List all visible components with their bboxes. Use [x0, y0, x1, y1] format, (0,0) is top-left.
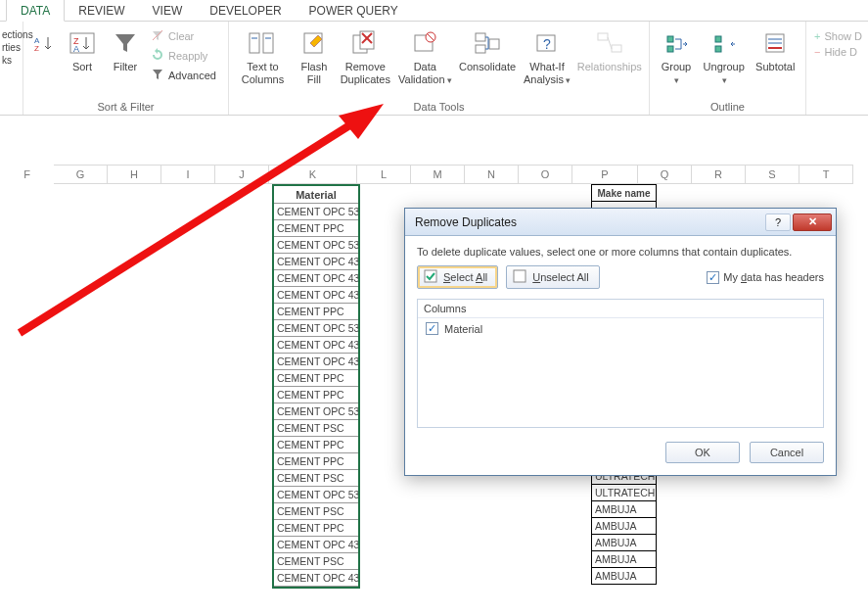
cancel-button[interactable]: Cancel [750, 442, 824, 463]
sort-asc-button[interactable]: AZ [29, 24, 59, 59]
column-k-material[interactable]: Material CEMENT OPC 53CEMENT PPCCEMENT O… [272, 184, 360, 589]
col-header-F[interactable]: F [0, 165, 54, 184]
help-button[interactable]: ? [765, 213, 791, 231]
col-header-R[interactable]: R [692, 165, 746, 184]
col-header-I[interactable]: I [161, 165, 215, 184]
what-if-button[interactable]: ? What-IfAnalysis▾ [522, 24, 571, 85]
col-header-N[interactable]: N [465, 165, 519, 184]
sort-button[interactable]: ZA Sort [63, 24, 102, 73]
svg-rect-26 [667, 36, 673, 42]
col-header-L[interactable]: L [357, 165, 411, 184]
cell-material[interactable]: CEMENT PPC [274, 304, 358, 320]
ribbon-tabs: DATA REVIEW VIEW DEVELOPER POWER QUERY [0, 0, 868, 22]
cell-make-name[interactable]: ULTRATECH [591, 485, 657, 501]
stub-connections: ections [2, 29, 21, 40]
checkbox-icon: ✓ [707, 271, 719, 284]
hide-detail-button[interactable]: − Hide D [812, 45, 849, 59]
col-header-T[interactable]: T [799, 165, 853, 184]
svg-text:A: A [73, 44, 79, 54]
select-all-button[interactable]: SSelect Allelect All [417, 265, 498, 289]
cell-material[interactable]: CEMENT PSC [274, 470, 358, 487]
remove-duplicates-dialog: Remove Duplicates ? ✕ To delete duplicat… [404, 208, 837, 476]
svg-rect-35 [514, 270, 525, 282]
col-header-O[interactable]: O [519, 165, 572, 184]
col-header-P[interactable]: P [572, 165, 638, 184]
cell-material[interactable]: CEMENT OPC 53 [274, 403, 358, 420]
group-button[interactable]: Group▾ [656, 24, 697, 85]
cell-material[interactable]: CEMENT OPC 43 [274, 270, 358, 287]
relationships-button[interactable]: Relationships [576, 24, 643, 73]
cell-material[interactable]: CEMENT OPC 53 [274, 487, 358, 503]
svg-rect-28 [715, 36, 721, 42]
ungroup-button[interactable]: Ungroup▾ [701, 24, 748, 85]
cell-material[interactable]: CEMENT OPC 43 [274, 570, 358, 587]
clear-button[interactable]: Clear [149, 27, 218, 45]
col-header-S[interactable]: S [746, 165, 799, 184]
cell-material[interactable]: CEMENT OPC 43 [274, 337, 358, 354]
cell-material[interactable]: CEMENT PPC [274, 520, 358, 537]
svg-rect-29 [715, 46, 721, 52]
cell-material[interactable]: CEMENT OPC 43 [274, 254, 358, 270]
tab-view[interactable]: VIEW [139, 0, 197, 21]
has-headers-checkbox[interactable]: ✓ My data has headers [707, 271, 824, 284]
cell-material[interactable]: CEMENT PSC [274, 503, 358, 520]
advanced-button[interactable]: Advanced [149, 67, 218, 84]
cell-material[interactable]: CEMENT OPC 53 [274, 237, 358, 254]
cell-material[interactable]: CEMENT PSC [274, 420, 358, 437]
remove-duplicates-button[interactable]: RemoveDuplicates [338, 24, 393, 85]
text-to-columns-button[interactable]: Text toColumns [235, 24, 291, 85]
svg-text:Z: Z [34, 44, 39, 53]
stub-links: ks [2, 55, 21, 66]
group-icon [661, 27, 692, 59]
cell-material[interactable]: CEMENT PSC [274, 553, 358, 570]
tab-review[interactable]: REVIEW [65, 0, 138, 21]
subtotal-button[interactable]: Subtotal [752, 24, 800, 73]
cell-make-name[interactable]: AMBUJA [591, 568, 657, 585]
ok-button[interactable]: OK [665, 442, 740, 463]
col-p-header: Make name [591, 184, 657, 202]
col-header-K[interactable]: K [269, 165, 357, 184]
cell-make-name[interactable]: AMBUJA [591, 551, 657, 568]
dialog-titlebar[interactable]: Remove Duplicates ? ✕ [405, 209, 836, 236]
sort-icon: ZA [67, 27, 98, 59]
close-button[interactable]: ✕ [793, 213, 832, 231]
col-header-M[interactable]: M [411, 165, 465, 184]
consolidate-button[interactable]: Consolidate [457, 24, 519, 73]
column-item-material[interactable]: ✓ Material [418, 318, 823, 339]
cell-material[interactable]: CEMENT OPC 43 [274, 287, 358, 304]
flash-fill-icon [298, 27, 330, 59]
cell-material[interactable]: CEMENT OPC 43 [274, 537, 358, 553]
col-header-Q[interactable]: Q [638, 165, 692, 184]
tab-power-query[interactable]: POWER QUERY [296, 0, 412, 21]
cell-material[interactable]: CEMENT PPC [274, 220, 358, 237]
col-header-G[interactable]: G [54, 165, 108, 184]
cell-material[interactable]: CEMENT OPC 53 [274, 204, 358, 220]
unselect-all-button[interactable]: Unselect All [506, 265, 599, 289]
cell-material[interactable]: CEMENT OPC 53 [274, 320, 358, 337]
cell-make-name[interactable]: AMBUJA [591, 535, 657, 551]
cell-make-name[interactable]: AMBUJA [591, 518, 657, 535]
show-detail-button[interactable]: + Show D [812, 29, 849, 43]
chevron-down-icon: ▾ [447, 75, 452, 85]
columns-listbox[interactable]: Columns ✓ Material [417, 299, 824, 428]
dialog-title-text: Remove Duplicates [415, 215, 517, 229]
reapply-icon [151, 48, 164, 64]
svg-rect-6 [250, 33, 259, 53]
filter-button[interactable]: Filter [106, 24, 145, 73]
flash-fill-button[interactable]: FlashFill [295, 24, 334, 85]
tab-developer[interactable]: DEVELOPER [196, 0, 295, 21]
data-validation-button[interactable]: DataValidation▾ [397, 24, 453, 85]
minus-icon: − [814, 46, 820, 58]
tab-data[interactable]: DATA [6, 0, 65, 22]
reapply-button[interactable]: Reapply [149, 47, 218, 65]
unselect-all-icon [513, 269, 526, 285]
cell-make-name[interactable]: AMBUJA [591, 501, 657, 518]
cell-material[interactable]: CEMENT OPC 43 [274, 354, 358, 370]
col-header-H[interactable]: H [108, 165, 161, 184]
cell-material[interactable]: CEMENT PPC [274, 453, 358, 470]
cell-material[interactable]: CEMENT PPC [274, 387, 358, 403]
subtotal-icon [759, 27, 791, 59]
col-header-J[interactable]: J [215, 165, 269, 184]
cell-material[interactable]: CEMENT PPC [274, 437, 358, 453]
cell-material[interactable]: CEMENT PPC [274, 370, 358, 387]
